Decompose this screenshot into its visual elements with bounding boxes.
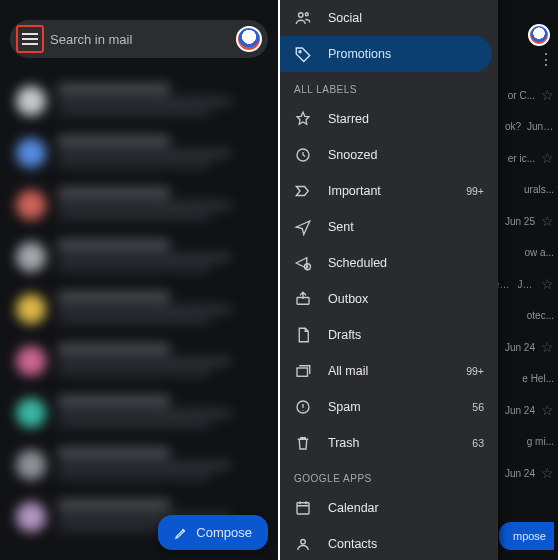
pencil-icon bbox=[174, 526, 188, 540]
mail-item[interactable] bbox=[12, 438, 266, 490]
spam-icon bbox=[294, 398, 312, 416]
mail-item[interactable] bbox=[12, 230, 266, 282]
drawer-label: Scheduled bbox=[328, 256, 484, 270]
important-icon bbox=[294, 182, 312, 200]
drawer-count: 99+ bbox=[466, 365, 484, 377]
search-bar[interactable]: Search in mail bbox=[10, 20, 268, 58]
drawer-heading-all-labels: ALL LABELS bbox=[280, 72, 498, 101]
drawer-item-starred[interactable]: Starred bbox=[280, 101, 498, 137]
trash-icon bbox=[294, 434, 312, 452]
star-outline-icon[interactable]: ☆ bbox=[541, 402, 554, 418]
star-icon bbox=[294, 110, 312, 128]
drawer-label: Important bbox=[328, 184, 450, 198]
contacts-icon bbox=[294, 535, 312, 553]
drawer-item-spam[interactable]: Spam 56 bbox=[280, 389, 498, 425]
drawer-label: Trash bbox=[328, 436, 456, 450]
mail-item[interactable] bbox=[12, 386, 266, 438]
svg-point-3 bbox=[299, 13, 304, 18]
drawer-label: Drafts bbox=[328, 328, 484, 342]
phone-left: Search in mail Compose bbox=[0, 0, 280, 560]
overflow-menu[interactable]: ⋮ bbox=[494, 50, 554, 69]
mail-item[interactable] bbox=[12, 126, 266, 178]
hamburger-menu-button[interactable] bbox=[16, 25, 44, 53]
mail-item[interactable] bbox=[12, 282, 266, 334]
drawer-label: Outbox bbox=[328, 292, 484, 306]
bg-row: otec... bbox=[494, 310, 554, 321]
drawer-label: Sent bbox=[328, 220, 484, 234]
drawer-item-scheduled[interactable]: Scheduled bbox=[280, 245, 498, 281]
drawer-count: 56 bbox=[472, 401, 484, 413]
phone-right: ⋮ or C...☆ ok?Jun 28 er ic...☆ urals... … bbox=[280, 0, 560, 560]
drawer-label: Social bbox=[328, 11, 484, 25]
drawer-label: All mail bbox=[328, 364, 450, 378]
star-outline-icon[interactable]: ☆ bbox=[541, 276, 554, 292]
compose-button-partial[interactable]: mpose bbox=[499, 522, 554, 550]
bg-row: Jun 24☆ bbox=[494, 339, 554, 355]
bg-row: ok?Jun 28 bbox=[494, 121, 554, 132]
mail-item[interactable] bbox=[12, 178, 266, 230]
drawer-item-outbox[interactable]: Outbox bbox=[280, 281, 498, 317]
bg-row: Jun 24☆ bbox=[494, 465, 554, 481]
tag-icon bbox=[294, 45, 312, 63]
star-outline-icon[interactable]: ☆ bbox=[541, 87, 554, 103]
bg-row: or C...☆ bbox=[494, 87, 554, 103]
drawer-item-calendar[interactable]: Calendar bbox=[280, 490, 498, 526]
drawer-label: Contacts bbox=[328, 537, 484, 551]
compose-button[interactable]: Compose bbox=[158, 515, 268, 550]
mail-item[interactable] bbox=[12, 334, 266, 386]
drawer-item-allmail[interactable]: All mail 99+ bbox=[280, 353, 498, 389]
scheduled-icon bbox=[294, 254, 312, 272]
bg-row: g mi... bbox=[494, 436, 554, 447]
mail-list-blurred bbox=[0, 74, 278, 560]
compose-label: Compose bbox=[196, 525, 252, 540]
drawer-item-promotions[interactable]: Promotions bbox=[280, 36, 492, 72]
svg-point-12 bbox=[301, 540, 306, 545]
drawer-item-drafts[interactable]: Drafts bbox=[280, 317, 498, 353]
drawer-label: Spam bbox=[328, 400, 456, 414]
bg-row: urals... bbox=[494, 184, 554, 195]
bg-row: er ic...☆ bbox=[494, 150, 554, 166]
drawer-label: Starred bbox=[328, 112, 484, 126]
drawer-label: Snoozed bbox=[328, 148, 484, 162]
drawer-item-contacts[interactable]: Contacts bbox=[280, 526, 498, 560]
account-avatar[interactable] bbox=[236, 26, 262, 52]
drawer-item-trash[interactable]: Trash 63 bbox=[280, 425, 498, 461]
bg-row: e Hel... bbox=[494, 373, 554, 384]
bg-row: ow a... bbox=[494, 247, 554, 258]
clock-icon bbox=[294, 146, 312, 164]
star-outline-icon[interactable]: ☆ bbox=[541, 339, 554, 355]
svg-point-4 bbox=[305, 13, 308, 16]
drawer-count: 63 bbox=[472, 437, 484, 449]
drawer-item-social[interactable]: Social bbox=[280, 0, 498, 36]
bg-row: Jun 25☆ bbox=[494, 213, 554, 229]
star-outline-icon[interactable]: ☆ bbox=[541, 213, 554, 229]
send-icon bbox=[294, 218, 312, 236]
svg-point-5 bbox=[299, 51, 301, 53]
calendar-icon bbox=[294, 499, 312, 517]
star-outline-icon[interactable]: ☆ bbox=[541, 150, 554, 166]
people-icon bbox=[294, 9, 312, 27]
drawer-label: Promotions bbox=[328, 47, 478, 61]
drawer-item-sent[interactable]: Sent bbox=[280, 209, 498, 245]
drawer-heading-google-apps: GOOGLE APPS bbox=[280, 461, 498, 490]
drafts-icon bbox=[294, 326, 312, 344]
drawer-item-important[interactable]: Important 99+ bbox=[280, 173, 498, 209]
mail-item[interactable] bbox=[12, 74, 266, 126]
search-placeholder: Search in mail bbox=[50, 32, 236, 47]
svg-rect-9 bbox=[297, 368, 308, 376]
bg-row: er ic...Jun 25☆ bbox=[494, 276, 554, 292]
stack-icon bbox=[294, 362, 312, 380]
partial-mail-list: ⋮ or C...☆ ok?Jun 28 er ic...☆ urals... … bbox=[494, 20, 554, 560]
drawer-label: Calendar bbox=[328, 501, 484, 515]
svg-rect-11 bbox=[297, 503, 309, 514]
navigation-drawer: Social Promotions ALL LABELS Starred Sno… bbox=[280, 0, 498, 560]
drawer-count: 99+ bbox=[466, 185, 484, 197]
star-outline-icon[interactable]: ☆ bbox=[541, 465, 554, 481]
drawer-item-snoozed[interactable]: Snoozed bbox=[280, 137, 498, 173]
outbox-icon bbox=[294, 290, 312, 308]
bg-row: Jun 24☆ bbox=[494, 402, 554, 418]
